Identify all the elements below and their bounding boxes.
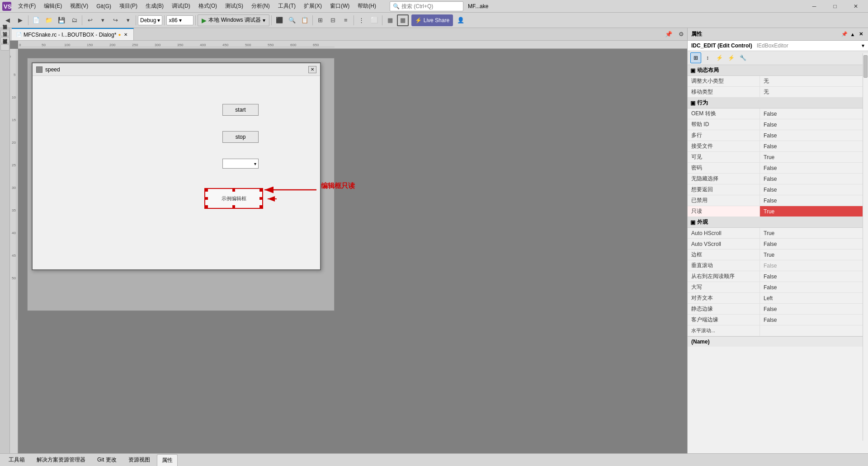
prop-value-acceptfiles[interactable]: False (760, 143, 868, 150)
stop-button[interactable]: stop (222, 131, 259, 143)
props-tb-sort[interactable]: ↕ (702, 52, 713, 63)
breakpoint-btn[interactable]: ⬛ (274, 14, 285, 26)
props-tb-events[interactable]: ⚡ (714, 52, 725, 63)
menu-debug[interactable]: 调试(D) (168, 1, 194, 11)
menu-help[interactable]: 帮助(H) (354, 1, 380, 11)
menu-window[interactable]: 窗口(W) (326, 1, 353, 11)
tab-toolbox[interactable]: 工具箱 (4, 454, 30, 466)
forward-button[interactable]: ▶ (14, 14, 26, 26)
handle-bm[interactable] (232, 205, 235, 208)
props-tb-grid[interactable]: ⊞ (690, 52, 701, 63)
sidebar-tab-solution[interactable]: 解决方案资源管理器 (0, 44, 9, 51)
prop-value-uppercase[interactable]: False (760, 284, 868, 291)
menu-test[interactable]: 测试(S) (222, 1, 247, 11)
tab-mfcsnake[interactable]: 📄 MFCSnake.rc - I...BOUTBOX - Dialog* ● … (12, 28, 134, 40)
run-button[interactable]: ▶ 本地 Windows 调试器 ▾ (198, 14, 269, 26)
tab-close-button[interactable]: ✕ (123, 32, 129, 38)
menu-git[interactable]: Git(G) (93, 2, 115, 10)
handle-ml[interactable] (205, 197, 208, 200)
prop-value-vscroll[interactable]: False (760, 263, 868, 269)
save-all-button[interactable]: 🗂 (68, 14, 80, 26)
prop-value-rtl[interactable]: False (760, 273, 868, 280)
menu-tools[interactable]: 工具(T) (274, 1, 299, 11)
prop-value-border[interactable]: True (760, 252, 868, 258)
dialog-window[interactable]: speed ✕ start stop (32, 62, 321, 270)
tab-solution-explorer[interactable]: 解决方案资源管理器 (32, 454, 90, 466)
prop-value-align[interactable]: Left (760, 295, 868, 301)
control-selector-dropdown[interactable]: ▾ (862, 42, 864, 49)
prop-value-wantreturn[interactable]: False (760, 187, 868, 193)
spacing-btn[interactable]: ⋮ (356, 14, 368, 26)
menu-view[interactable]: 视图(V) (66, 1, 92, 11)
search-input[interactable] (401, 3, 460, 9)
redo-button[interactable]: ↪ (109, 14, 121, 26)
start-button[interactable]: start (222, 104, 259, 116)
align-right-btn[interactable]: ≡ (340, 14, 352, 26)
minimize-button[interactable]: ─ (804, 0, 825, 13)
combo-dropdown[interactable]: ▾ (222, 159, 259, 169)
prop-value-readonly[interactable]: True (760, 206, 868, 217)
props-close-btn[interactable]: ✕ (857, 31, 864, 38)
menu-format[interactable]: 格式(O) (195, 1, 221, 11)
props-scrollbar[interactable] (863, 53, 868, 441)
open-file-button[interactable]: 📁 (43, 14, 55, 26)
menu-edit[interactable]: 编辑(E) (40, 1, 66, 11)
menu-extensions[interactable]: 扩展(X) (300, 1, 326, 11)
dialog-close-btn[interactable]: ✕ (308, 66, 316, 73)
panel-pin-btn[interactable]: 📌 (663, 28, 675, 40)
size-btn[interactable]: ⬜ (368, 14, 380, 26)
handle-tm[interactable] (232, 189, 235, 192)
user-icon-btn[interactable]: 👤 (455, 14, 467, 26)
prop-value-visible[interactable]: True (760, 154, 868, 160)
undo-dropdown[interactable]: ▾ (97, 14, 108, 26)
redo-dropdown[interactable]: ▾ (122, 14, 134, 26)
group-behavior[interactable]: ▣ 行为 (688, 98, 868, 108)
close-button[interactable]: ✕ (845, 0, 866, 13)
new-file-button[interactable]: 📄 (30, 14, 42, 26)
sidebar-tab-class[interactable]: 类视图 (0, 37, 9, 43)
back-button[interactable]: ◀ (2, 14, 14, 26)
panel-settings-btn[interactable]: ⚙ (675, 28, 687, 40)
handle-br[interactable] (259, 205, 262, 208)
watch-btn[interactable]: 🔍 (286, 14, 298, 26)
prop-value-clientedge[interactable]: False (760, 317, 868, 323)
handle-mr[interactable] (259, 197, 262, 200)
handle-tl[interactable] (205, 189, 208, 192)
props-tb-wrench[interactable]: 🔧 (737, 52, 748, 63)
prop-value-password[interactable]: False (760, 165, 868, 171)
props-pin-btn[interactable]: 📌 (841, 31, 848, 38)
group-dynamic-layout[interactable]: ▣ 动态布局 (688, 65, 868, 76)
search-box[interactable]: 🔍 (390, 1, 463, 11)
props-float-btn[interactable]: ▲ (849, 31, 856, 38)
menu-project[interactable]: 项目(P) (116, 1, 141, 11)
prop-value-autohscroll[interactable]: True (760, 230, 868, 236)
grid-btn[interactable]: ▦ (397, 14, 409, 26)
scrollbar-thumb[interactable] (863, 55, 868, 78)
prop-value-autovscroll[interactable]: False (760, 241, 868, 247)
edit-control[interactable]: 示例编辑框 (204, 188, 263, 209)
prop-value-move[interactable]: 无 (760, 88, 868, 96)
prop-value-resize[interactable]: 无 (760, 77, 868, 85)
undo-button[interactable]: ↩ (84, 14, 96, 26)
platform-dropdown[interactable]: x86 ▾ (166, 15, 193, 25)
output-btn[interactable]: 📋 (299, 14, 311, 26)
save-button[interactable]: 💾 (56, 14, 67, 26)
handle-tr[interactable] (259, 189, 262, 192)
tab-properties[interactable]: 属性 (157, 454, 178, 466)
handle-bl[interactable] (205, 205, 208, 208)
menu-analyze[interactable]: 分析(N) (248, 1, 274, 11)
align-center-btn[interactable]: ⊟ (327, 14, 339, 26)
group-appearance[interactable]: ▣ 外观 (688, 217, 868, 228)
prop-value-disabled[interactable]: False (760, 198, 868, 204)
prop-value-staticedge[interactable]: False (760, 306, 868, 312)
restore-button[interactable]: □ (825, 0, 845, 13)
prop-value-oem[interactable]: False (760, 111, 868, 117)
prop-value-multiline[interactable]: False (760, 132, 868, 139)
sidebar-tab-resource[interactable]: 资源视图 (0, 30, 9, 36)
align-left-btn[interactable]: ⊞ (315, 14, 326, 26)
prop-value-helpid[interactable]: False (760, 122, 868, 128)
grid-toggle-btn[interactable]: ▦ (384, 14, 396, 26)
prop-value-nohide[interactable]: False (760, 176, 868, 182)
live-share-button[interactable]: ⚡ Live Share (411, 14, 453, 26)
tab-resource-view[interactable]: 资源视图 (123, 454, 155, 466)
